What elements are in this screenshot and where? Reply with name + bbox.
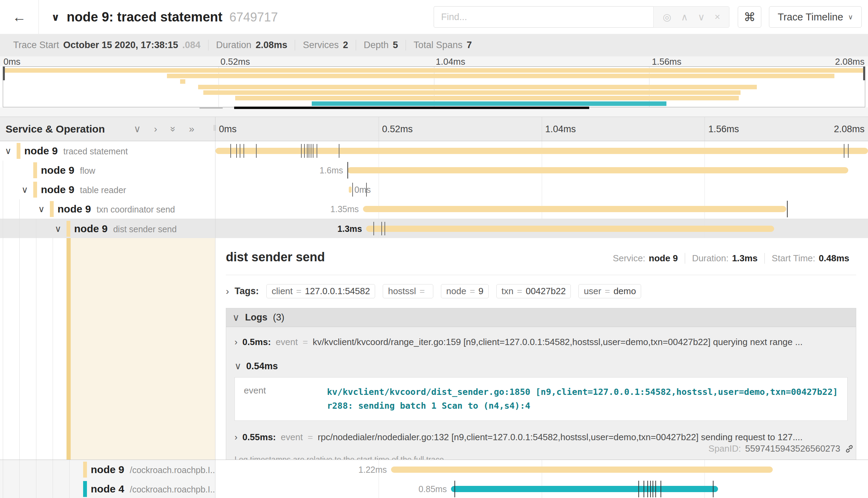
span-bar[interactable] bbox=[391, 467, 773, 473]
tag-pill-node: node = 9 bbox=[441, 284, 489, 298]
log-value: rpc/nodedialer/nodedialer.go:132 [n9,cli… bbox=[318, 432, 803, 443]
span-color-swatch bbox=[83, 481, 87, 497]
span-name-node9-batch[interactable]: node 9 /cockroach.roachpb.I... bbox=[0, 460, 215, 479]
minimap-tick-100: 2.08ms bbox=[835, 56, 865, 67]
log-tick bbox=[311, 144, 311, 158]
locate-icon[interactable]: ◎ bbox=[663, 11, 671, 23]
span-operation: /cockroach.roachpb.I... bbox=[130, 465, 218, 475]
minimap-tick-75: 1.56ms bbox=[652, 56, 681, 67]
span-track[interactable]: 0.85ms bbox=[215, 479, 868, 498]
minimap-right-handle[interactable] bbox=[863, 66, 865, 80]
timeline-ticks-header: 0ms 0.52ms 1.04ms 1.56ms 2.08ms bbox=[215, 117, 868, 141]
span-bar[interactable] bbox=[349, 187, 352, 193]
log-tick bbox=[240, 144, 240, 158]
log-tick bbox=[301, 144, 302, 158]
detail-accent-bar bbox=[67, 238, 71, 460]
span-name-node4-batch[interactable]: node 4 /cockroach.roachpb.I... bbox=[0, 479, 215, 498]
indent-guide bbox=[36, 460, 36, 479]
tags-row[interactable]: › Tags: client = 127.0.0.1:54582 hostssl… bbox=[226, 284, 856, 298]
collapse-title-icon[interactable]: ∨ bbox=[51, 11, 60, 23]
back-button[interactable]: ← bbox=[0, 0, 39, 34]
logs-body: › 0.5ms: event = kv/kvclient/kvcoord/ran… bbox=[226, 327, 856, 460]
span-name-traced-statement[interactable]: ∨ node 9 traced statement bbox=[0, 141, 215, 161]
span-name-table-reader[interactable]: ∨ node 9 table reader bbox=[0, 180, 215, 199]
detail-meta: Service: node 9 Duration: 1.3ms Start Ti… bbox=[606, 253, 856, 264]
column-resizer-handle[interactable]: ‖ bbox=[211, 123, 219, 133]
clear-search-icon[interactable]: × bbox=[715, 11, 720, 22]
minimap-canvas[interactable] bbox=[3, 66, 865, 107]
indent-guide bbox=[3, 180, 3, 199]
span-bar[interactable] bbox=[451, 486, 718, 492]
next-match-icon[interactable]: ∨ bbox=[698, 11, 705, 23]
log-expand-icon[interactable]: › bbox=[234, 337, 238, 347]
indent-guide bbox=[36, 479, 36, 498]
span-track[interactable]: 1.6ms bbox=[215, 161, 868, 180]
minimap-rows bbox=[3, 68, 865, 107]
span-row-node4-batch: node 4 /cockroach.roachpb.I... 0.85ms bbox=[0, 479, 868, 498]
minimap-left-handle[interactable] bbox=[3, 66, 5, 80]
span-color-swatch bbox=[50, 201, 54, 217]
span-service: node 9 bbox=[74, 219, 108, 238]
find-input[interactable] bbox=[434, 6, 653, 28]
find-wrap: ◎ ∧ ∨ × bbox=[434, 6, 729, 28]
log-tick bbox=[844, 144, 844, 158]
collapse-one-icon[interactable]: ∨ bbox=[134, 124, 141, 134]
timeline-tick-75: 1.56ms bbox=[708, 124, 739, 135]
summary-duration: Duration 2.08ms bbox=[208, 40, 295, 51]
span-duration-label: 1.35ms bbox=[330, 199, 359, 219]
minimap-scrollbar[interactable] bbox=[234, 107, 589, 109]
span-bar[interactable] bbox=[366, 226, 774, 232]
minimap-scroll-fragment[interactable] bbox=[200, 107, 223, 109]
minimap-span-bar bbox=[312, 101, 666, 106]
prev-match-icon[interactable]: ∧ bbox=[681, 11, 688, 23]
tags-expand-icon[interactable]: › bbox=[226, 286, 229, 297]
span-bar[interactable] bbox=[347, 167, 849, 173]
trace-view-dropdown[interactable]: Trace Timeline ∨ bbox=[769, 6, 862, 28]
span-track[interactable]: 1.3ms bbox=[215, 219, 868, 238]
logs-header[interactable]: ∨ Logs (3) bbox=[226, 308, 856, 327]
collapse-chevron-icon[interactable]: ∨ bbox=[38, 199, 45, 219]
summary-depth: Depth 5 bbox=[356, 40, 406, 51]
log-tick bbox=[650, 481, 651, 497]
log-entry-1[interactable]: › 0.5ms: event = kv/kvclient/kvcoord/ran… bbox=[226, 329, 856, 355]
span-track[interactable]: 1.35ms bbox=[215, 199, 868, 219]
collapse-chevron-icon[interactable]: ∨ bbox=[55, 219, 61, 238]
minimap-span-row bbox=[3, 101, 865, 106]
back-arrow-icon: ← bbox=[12, 9, 26, 25]
detail-indent-fill bbox=[71, 238, 215, 460]
minimap-span-row bbox=[3, 96, 865, 100]
detail-divider bbox=[226, 275, 856, 275]
span-name-txn-coordinator-send[interactable]: ∨ node 9 txn coordinator send bbox=[0, 199, 215, 219]
indent-guide bbox=[19, 460, 20, 479]
expand-one-icon[interactable]: › bbox=[154, 124, 157, 134]
log-tick bbox=[309, 144, 309, 158]
log-tick bbox=[307, 144, 308, 158]
keyboard-shortcuts-button[interactable]: ⌘ bbox=[738, 6, 761, 28]
span-track[interactable]: 1.22ms bbox=[215, 460, 868, 479]
log-tick bbox=[647, 481, 648, 497]
timeline-tick-0: 0ms bbox=[219, 124, 237, 135]
log-collapse-icon[interactable]: ∨ bbox=[234, 361, 241, 372]
timeline-tick-100: 2.08ms bbox=[834, 124, 865, 135]
minimap-span-bar bbox=[167, 74, 834, 78]
copy-link-icon[interactable] bbox=[844, 444, 854, 454]
log-entry-2-header[interactable]: ∨ 0.54ms bbox=[226, 355, 856, 375]
span-operation: txn coordinator send bbox=[97, 205, 175, 215]
span-bar[interactable] bbox=[363, 206, 787, 212]
span-track[interactable] bbox=[215, 141, 868, 161]
collapse-chevron-icon[interactable]: ∨ bbox=[5, 141, 11, 161]
page-title: node 9: traced statement bbox=[67, 10, 222, 25]
log-expand-icon[interactable]: › bbox=[234, 432, 238, 443]
log-time: 0.55ms: bbox=[242, 432, 276, 443]
expand-all-icon[interactable]: » bbox=[189, 124, 194, 134]
collapse-all-icon[interactable]: » bbox=[168, 126, 178, 132]
collapse-chevron-icon[interactable]: ∨ bbox=[21, 180, 28, 199]
span-operation: traced statement bbox=[63, 146, 128, 156]
minimap-tick-labels: 0ms 0.52ms 1.04ms 1.56ms 2.08ms bbox=[0, 56, 868, 66]
span-track[interactable]: 0ms bbox=[215, 180, 868, 199]
minimap-span-row bbox=[3, 90, 865, 95]
span-name-dist-sender-send[interactable]: ∨ node 9 dist sender send bbox=[0, 219, 215, 238]
log-tick bbox=[243, 144, 244, 158]
span-name-flow[interactable]: node 9 flow bbox=[0, 161, 215, 180]
log-tick bbox=[313, 144, 313, 158]
